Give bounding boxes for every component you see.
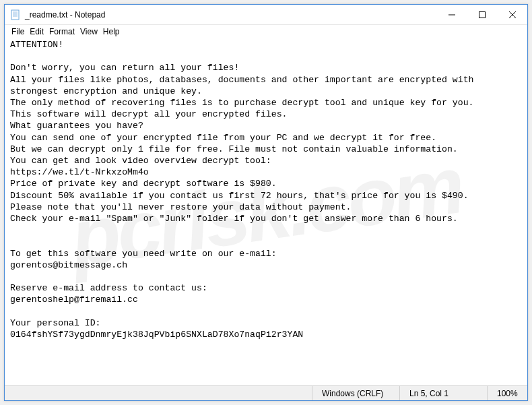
window-title: _readme.txt - Notepad — [25, 10, 436, 20]
notepad-icon — [10, 9, 21, 20]
menu-view[interactable]: View — [77, 27, 100, 36]
status-position: Ln 5, Col 1 — [399, 386, 487, 400]
titlebar: _readme.txt - Notepad — [5, 5, 527, 25]
status-zoom: 100% — [487, 386, 527, 400]
notepad-window: _readme.txt - Notepad File Edit Format V… — [4, 4, 528, 401]
menu-help[interactable]: Help — [100, 27, 123, 36]
minimize-button[interactable] — [436, 5, 467, 24]
menu-format[interactable]: Format — [46, 27, 77, 36]
close-button[interactable] — [497, 5, 527, 24]
menu-edit[interactable]: Edit — [27, 27, 46, 36]
status-encoding: Windows (CRLF) — [312, 386, 399, 400]
menubar: File Edit Format View Help — [5, 25, 527, 38]
svg-rect-6 — [479, 11, 485, 18]
text-area[interactable]: pcrisk.comATTENTION! Don't worry, you ca… — [5, 38, 527, 385]
maximize-button[interactable] — [467, 5, 497, 24]
statusbar: Windows (CRLF) Ln 5, Col 1 100% — [5, 385, 527, 400]
document-text: ATTENTION! Don't worry, you can return a… — [10, 40, 479, 340]
window-controls — [436, 5, 527, 24]
menu-file[interactable]: File — [9, 27, 27, 36]
